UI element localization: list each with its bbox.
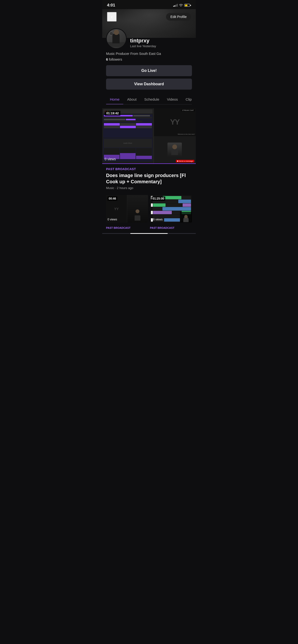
username: tintprxy <box>130 38 156 44</box>
status-icons <box>173 4 191 7</box>
status-bar: 4:01 <box>102 0 196 9</box>
tab-videos[interactable]: Videos <box>163 94 182 104</box>
main-content: Audio Mixer <box>102 108 196 233</box>
tab-schedule[interactable]: Schedule <box>140 94 163 104</box>
view-dashboard-button[interactable]: View Dashboard <box>106 78 192 90</box>
video-2-duration: 01:25:00 <box>152 196 165 201</box>
broadcast-title: Does image line sign producers [Fl Cook … <box>106 172 192 185</box>
tabs: Home About Schedule Videos Clips <box>106 94 192 104</box>
stream-right-panel: YY STREAM CHAT Welcome to the chat room!… <box>154 108 196 164</box>
back-button[interactable]: ‹ <box>107 12 117 22</box>
video-thumb-1[interactable]: YY 00:46 0 views <box>106 195 148 222</box>
past-broadcast-label: Past Broadcast <box>106 167 192 171</box>
edit-profile-button[interactable]: Edit Profile <box>166 13 191 20</box>
followers-count: 6 followers <box>106 58 192 61</box>
header-nav: ‹ Edit Profile <box>102 9 196 24</box>
battery-icon <box>184 4 191 7</box>
scroll-thumb <box>130 233 168 234</box>
scroll-indicator <box>102 233 196 234</box>
go-live-button[interactable]: Go Live! <box>106 65 192 76</box>
broadcast-time-ago: 2 hours ago <box>117 186 133 190</box>
followers-label: followers <box>109 58 122 61</box>
wifi-icon <box>179 4 183 7</box>
followers-number: 6 <box>106 58 108 61</box>
video-thumb-2[interactable]: 01:25:00 16 views <box>150 195 192 222</box>
avatar <box>106 28 127 49</box>
stream-views: 0 views <box>105 157 116 161</box>
bio: Music Producer From South East Ga <box>106 52 192 56</box>
broadcast-separator: · <box>115 186 117 190</box>
last-live-status: Last live Yesterday <box>130 44 156 48</box>
profile-name-block: tintprxy Last live Yesterday <box>130 38 156 49</box>
tab-about[interactable]: About <box>123 94 140 104</box>
profile-section: tintprxy Last live Yesterday Music Produ… <box>102 28 196 108</box>
featured-stream[interactable]: Audio Mixer <box>102 108 196 164</box>
status-time: 4:01 <box>107 3 115 8</box>
video-1-duration: 00:46 <box>107 196 117 201</box>
bottom-label-1: Past Broadcast <box>106 226 148 229</box>
tab-clips[interactable]: Clips <box>182 94 192 104</box>
broadcast-category: Music <box>106 186 114 190</box>
more-broadcasts: Past Broadcast Past Broadcast <box>102 226 196 233</box>
video-1-views: 0 views <box>107 218 117 221</box>
video-2-views: 16 views <box>152 218 163 221</box>
signal-icon <box>173 4 178 7</box>
broadcast-meta: Music · 2 hours ago <box>106 186 192 190</box>
video-row: YY 00:46 0 views <box>102 195 196 226</box>
bottom-label-2: Past Broadcast <box>150 226 192 229</box>
stream-left-panel: Audio Mixer <box>102 108 154 164</box>
stream-duration: 01:19:42 <box>105 111 120 116</box>
past-broadcast-section: Past Broadcast Does image line sign prod… <box>102 164 196 195</box>
tab-home[interactable]: Home <box>106 94 123 104</box>
